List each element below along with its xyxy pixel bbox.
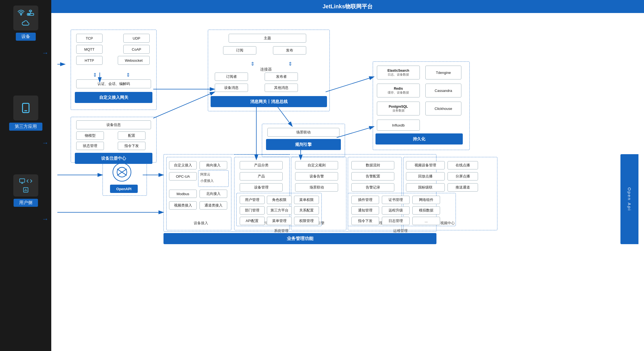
remote-upgrade-box: 远程升级 (382, 206, 410, 215)
right-openapi-label: Open Api (620, 154, 638, 244)
coap-box: CoAP (123, 45, 150, 54)
sidebar-section-third-party: 第三方应用 (3, 96, 48, 131)
pg-name: PostgreSQL (389, 105, 408, 109)
xiaodu-label: 小度接入 (200, 179, 214, 183)
device-info-box: 设备信息 (76, 120, 151, 129)
openapi-icon-container (109, 162, 134, 182)
sys-mgmt-dashed (234, 154, 290, 155)
svg-point-0 (21, 14, 22, 15)
subscribe-box: 订阅 (223, 46, 256, 55)
websocket-box: Websocket (118, 56, 150, 65)
video-access-box: 视频类接入 (169, 201, 197, 210)
online-vod-box: 在线点播 (448, 161, 478, 169)
cert-mgmt-box: 证书管理 (382, 196, 410, 204)
ellipsis-box: ... (412, 217, 440, 225)
mqtt-box: MQTT (76, 45, 103, 54)
device-mgmt-box: 设备管理 (240, 183, 283, 192)
modbus-box: Modbus (169, 190, 197, 198)
persistence-title: 持久化 (375, 133, 463, 144)
device-alert-box: 设备告警 (295, 172, 338, 180)
device-label: 设备 (16, 33, 36, 41)
es-name: ElasticSearch (387, 69, 409, 73)
svg-rect-6 (19, 179, 24, 182)
device-msg-box: 设备消息 (215, 84, 248, 92)
main-title: JetLinks物联网平台 (323, 3, 373, 9)
product-box: 产品 (240, 172, 283, 180)
auth-box: 认证、会话、编解码 (76, 79, 151, 88)
user-icon-box (13, 174, 38, 197)
log-mgmt-box: 日志管理 (382, 217, 410, 225)
user-label: 用户侧 (14, 199, 38, 207)
gbt-box: 国标级联 (406, 183, 445, 192)
data-flow-box: 数据流转 (351, 161, 394, 169)
subscriber-box: 订阅者 (215, 73, 248, 81)
redis-name: Redis (394, 87, 403, 91)
ops-mgmt-label: 运维管理 (384, 228, 417, 233)
connector-label: 连接器 (226, 67, 306, 72)
scene-linkage-bottom-box: 场景联动 (295, 183, 338, 192)
topic-box: 主题 (229, 34, 306, 43)
device-arrow: → (42, 49, 48, 57)
custom-rule-box: 自定义规则 (295, 161, 338, 169)
split-screen-box: 分屏点播 (448, 172, 478, 180)
sidebar-section-user: 用户侧 (3, 174, 48, 207)
publish-box: 发布 (273, 46, 306, 55)
biz-mgmt-bar: 业务管理功能 (163, 233, 436, 244)
redis-desc: 缓存、设备数据 (388, 91, 409, 95)
elasticsearch-box: ElasticSearch 日志、设备数据 (377, 66, 420, 79)
message-bus-title: 消息网关丨消息总线 (211, 96, 327, 107)
device-access-label: 设备接入 (182, 221, 220, 226)
third-party-icon-box (13, 96, 38, 120)
svg-point-2 (28, 14, 29, 15)
udp-box: UDP (123, 34, 150, 43)
title-bar: JetLinks物联网平台 (51, 0, 644, 13)
svg-line-17 (326, 77, 374, 92)
sidebar-section-device: 设备 (3, 6, 48, 41)
south-access-box: 南向接入 (200, 161, 227, 169)
device-status-box: 状态管理 (76, 142, 104, 150)
plugin-mgmt-box: 插件管理 (351, 196, 379, 204)
device-cmd-box: 指令下发 (118, 142, 145, 150)
other-msg-box: 其他消息 (265, 84, 298, 92)
publisher-box: 发布者 (265, 73, 298, 81)
cassandra-box: Cassandra (425, 84, 461, 97)
diagram-area: ⇕ ⇕ ⇕ ⇕ TCP UDP MQTT CoAP HTTP Websocket… (51, 13, 644, 351)
north-access-box: 北向接入 (200, 190, 227, 198)
replay-vod-box: 回放点播 (406, 172, 445, 180)
network-comp-box: 网络组件 (412, 196, 440, 204)
openapi-label: OpenAPI (110, 185, 138, 193)
svg-line-14 (153, 92, 215, 118)
sim-data-box: 模拟数据 (412, 206, 440, 215)
device-model-box: 物模型 (76, 131, 104, 140)
main-content: JetLinks物联网平台 (51, 0, 644, 351)
alibaba-label: 阿里云 (200, 172, 210, 177)
notify-mgmt-box: 通知管理 (351, 206, 379, 215)
tcp-box: TCP (76, 34, 103, 43)
es-desc: 日志、设备数据 (388, 73, 409, 77)
gateway-title: 自定义接入网关 (75, 92, 152, 103)
sidebar: 设备 → 第三方应用 → 用户 (0, 0, 51, 351)
device-icon-box (13, 6, 38, 30)
http-box: HTTP (76, 56, 103, 65)
diagram-content: ⇕ ⇕ ⇕ ⇕ TCP UDP MQTT CoAP HTTP Websocket… (57, 19, 638, 345)
alert-config-box: 告警配置 (351, 172, 394, 180)
scene-box: 场景联动 (267, 128, 339, 137)
user-arrow: → (42, 215, 48, 223)
custom-access-box: 自定义接入 (169, 161, 197, 169)
push-channel-box: 推送通道 (448, 183, 478, 192)
product-category-box: 产品分类 (240, 161, 283, 169)
third-party-arrow: → (42, 139, 48, 147)
redis-box: Redis 缓存、设备数据 (377, 84, 420, 97)
cmd-issue-box: 指令下发 (351, 217, 379, 225)
rule-engine-title: 规则引擎 (266, 139, 341, 150)
device-config-box: 配置 (118, 131, 145, 140)
tdengine-box: Tdengine (425, 66, 461, 79)
postgresql-box: PostgreSQL 业务数据 (377, 102, 420, 115)
alert-record-box: 告警记录 (351, 183, 394, 192)
pg-desc: 业务数据 (392, 109, 405, 113)
sys-mgmt-label: 系统管理 (267, 228, 295, 233)
channel-access-box: 通道类接入 (200, 201, 227, 210)
clickhouse-box: Clickhouse (425, 102, 461, 115)
influxdb-box: Influxdb (377, 120, 420, 131)
third-party-label: 第三方应用 (9, 123, 42, 131)
